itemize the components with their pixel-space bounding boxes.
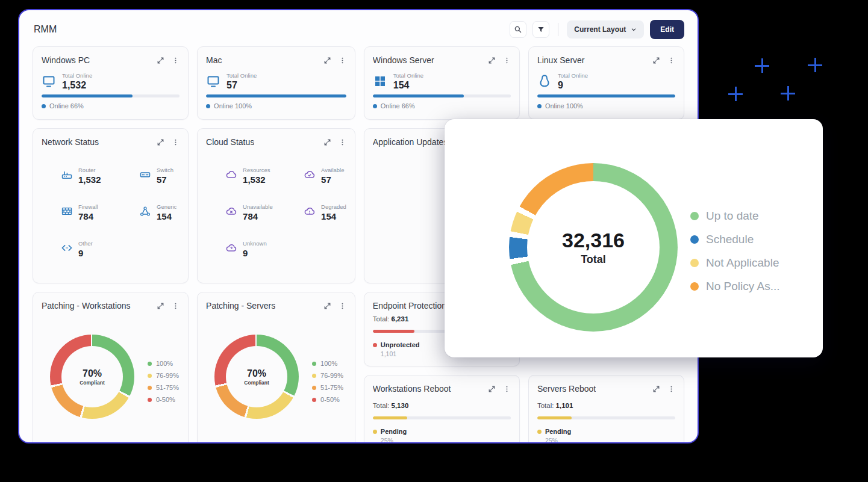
legend-label: Up to date [706,209,759,223]
more-options-button[interactable] [339,57,346,64]
more-options-button[interactable] [667,57,675,64]
more-options-button[interactable] [172,302,180,310]
metric-label: Total Online [226,72,257,79]
status-label: Online 100% [545,102,583,110]
total-line: Total: 1,101 [537,402,675,409]
expand-button[interactable] [157,302,164,310]
status-line: Pending [537,428,675,435]
stat-value: 57 [157,175,173,185]
stat-value: 57 [321,175,344,185]
legend-dot [312,398,316,402]
legend-dot [148,362,152,366]
online-status: Online 66% [373,102,511,110]
total-value: 5,130 [392,402,409,409]
compliance-donut-chart: 70% Compliant [50,335,134,419]
cloud-icon [225,168,237,181]
kebab-menu-icon [172,302,180,310]
legend-dot [148,374,152,378]
total-value: 6,231 [392,315,409,323]
generic-device-icon [139,205,151,217]
workstations-reboot-card: Workstations Reboot Total: 5,130 Pending… [364,375,520,443]
compliance-label: Compliant [80,380,105,386]
status-label: Pending [381,428,407,435]
expand-button[interactable] [323,302,331,310]
card-title: Application Updates [373,137,448,147]
total-line: Total: 5,130 [373,402,511,409]
policy-status-popup: 32,316 Total Up to date Schedule Not App… [445,119,823,357]
card-title: Cloud Status [206,137,254,147]
windows-pc-card: Windows PC Total Online 1,532 Online 66% [33,46,189,120]
kebab-menu-icon [503,385,511,393]
more-options-button[interactable] [172,138,180,146]
layout-selector[interactable]: Current Layout [567,20,644,39]
metric-label: Total Online [62,72,92,79]
expand-button[interactable] [652,57,660,64]
compliance-value: 70% [247,368,266,379]
cloud-available-icon [304,168,316,181]
more-options-button[interactable] [503,385,511,393]
windows-icon [373,74,387,88]
status-value: 25% [381,437,511,443]
status-value: 25% [545,437,675,443]
metric-value: 57 [226,80,257,91]
expand-button[interactable] [652,385,660,393]
filter-button[interactable] [532,21,549,38]
expand-button[interactable] [323,138,331,146]
stat-unknown: Unknown9 [225,240,304,258]
card-title: Network Status [42,137,99,147]
stat-label: Switch [157,167,173,173]
more-options-button[interactable] [503,57,511,64]
legend-label: 76-99% [156,372,179,379]
stat-firewall: Firewall784 [61,203,139,221]
expand-icon [157,57,164,64]
status-label: Online 100% [214,102,252,110]
stat-value: 784 [78,211,98,221]
stat-degraded: Degraded154 [304,203,346,221]
legend-dot [690,212,699,220]
servers-reboot-card: Servers Reboot Total: 1,101 Pending 25% [528,375,684,443]
expand-button[interactable] [488,57,496,64]
online-status: Online 100% [206,102,346,110]
legend-dot [312,374,316,378]
linux-icon [537,74,552,88]
page-title: RMM [34,24,57,35]
pending-progress-bar [537,416,675,419]
search-button[interactable] [510,21,526,38]
legend-label: No Policy As... [706,280,780,293]
stat-value: 1,532 [243,175,270,185]
expand-button[interactable] [488,385,496,393]
expand-button[interactable] [323,57,331,64]
kebab-menu-icon [339,138,346,146]
online-progress-bar [206,94,346,97]
expand-icon [323,302,331,310]
kebab-menu-icon [667,57,675,64]
legend-dot [148,398,152,402]
patching-workstations-card: Patching - Workstations 70% Compliant 10… [33,292,189,443]
stat-value: 784 [243,211,273,221]
card-title: Mac [206,55,222,65]
stat-label: Available [321,167,344,173]
more-options-button[interactable] [339,138,346,146]
cloud-status-card: Cloud Status Resources1,532 Available57 [197,128,355,283]
status-dot [373,104,377,108]
expand-button[interactable] [157,138,164,146]
stat-value: 9 [243,248,267,258]
card-title: Windows PC [42,55,90,65]
compliance-value: 70% [83,368,102,379]
metric-label: Total Online [558,72,588,79]
online-progress-bar [42,94,180,97]
stat-label: Resources [243,167,270,173]
expand-icon [488,57,496,64]
patching-servers-card: Patching - Servers 70% Compliant 100% 76… [197,292,355,443]
more-options-button[interactable] [339,302,346,310]
legend-label: 0-50% [320,396,340,403]
stat-value: 1,532 [78,175,101,185]
more-options-button[interactable] [667,385,675,393]
edit-button[interactable]: Edit [650,20,684,39]
plus-decoration [755,58,769,73]
status-label: Unprotected [381,341,420,348]
expand-button[interactable] [157,57,164,64]
legend-dot [312,362,316,366]
more-options-button[interactable] [172,57,180,64]
chevron-down-icon [631,26,637,32]
